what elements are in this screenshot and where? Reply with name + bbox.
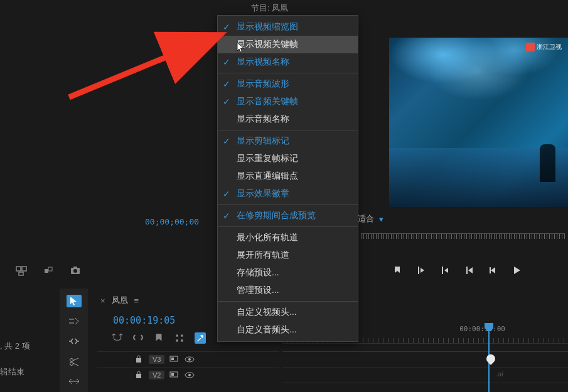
- svg-point-9: [70, 363, 73, 366]
- ripple-edit-tool[interactable]: [67, 335, 82, 347]
- menu-separator: [218, 73, 358, 73]
- menu-item-label: 显示音频关键帧: [237, 96, 298, 107]
- svg-rect-10: [136, 358, 141, 363]
- zoom-fit-dropdown[interactable]: 适合 ▾: [358, 213, 383, 225]
- in-point-button[interactable]: [416, 265, 426, 275]
- menu-item-label: 显示重复帧标记: [237, 153, 298, 164]
- svg-line-21: [69, 36, 217, 97]
- menu-item[interactable]: 管理预设...: [218, 282, 358, 299]
- menu-item[interactable]: 最小化所有轨道: [218, 229, 358, 246]
- menu-item-label: 管理预设...: [237, 285, 279, 296]
- clip-marker[interactable]: [485, 352, 497, 365]
- link-icon[interactable]: [132, 332, 144, 344]
- selection-tool[interactable]: [67, 295, 82, 307]
- menu-item[interactable]: ✓显示效果徽章: [218, 185, 358, 203]
- check-icon: ✓: [223, 79, 230, 89]
- source-timecode[interactable]: 00;00;00;00: [145, 217, 199, 226]
- project-info: , 共 2 项 辑结束: [0, 339, 30, 379]
- menu-item-label: 显示直通编辑点: [237, 171, 298, 182]
- menu-separator: [218, 204, 358, 205]
- source-panel-buttons: [16, 265, 81, 276]
- track-label[interactable]: V2: [149, 371, 164, 379]
- lock-icon[interactable]: [135, 370, 144, 381]
- check-icon: ✓: [223, 136, 230, 146]
- menu-item-label: 最小化所有轨道: [237, 232, 298, 243]
- label-icon[interactable]: [43, 265, 54, 276]
- lock-icon[interactable]: [135, 354, 144, 365]
- eye-icon[interactable]: [185, 371, 195, 380]
- ruler-time-label: 00:00:15:00: [459, 325, 505, 333]
- svg-rect-0: [16, 267, 21, 271]
- slip-tool[interactable]: [67, 375, 82, 388]
- svg-rect-2: [19, 272, 23, 275]
- chevron-down-icon: ▾: [379, 215, 383, 224]
- svg-rect-3: [45, 269, 48, 273]
- toggle-output-icon[interactable]: [169, 371, 180, 380]
- menu-item-label: 显示视频缩览图: [237, 21, 298, 33]
- timeline-display-menu: ✓显示视频缩览图显示视频关键帧✓显示视频名称✓显示音频波形✓显示音频关键帧显示音…: [217, 15, 358, 342]
- menu-item[interactable]: 存储预设...: [218, 264, 358, 282]
- timeline-toolbar: [112, 332, 206, 344]
- camera-icon[interactable]: [70, 265, 81, 276]
- menu-item-label: 自定义视频头...: [237, 307, 297, 318]
- timeline-timecode[interactable]: 00:00:19:05: [113, 315, 175, 326]
- menu-item[interactable]: 显示直通编辑点: [218, 167, 358, 185]
- menu-item[interactable]: 展开所有轨道: [218, 246, 358, 264]
- check-icon: ✓: [223, 22, 230, 32]
- eye-icon[interactable]: [185, 355, 195, 364]
- menu-item-label: 在修剪期间合成预览: [237, 210, 316, 221]
- menu-icon[interactable]: ≡: [134, 296, 139, 305]
- menu-item[interactable]: 自定义视频头...: [218, 304, 358, 321]
- menu-item[interactable]: 显示视频关键帧: [218, 36, 358, 53]
- transport-bar: [392, 265, 522, 275]
- menu-item[interactable]: ✓显示视频名称: [218, 53, 358, 71]
- program-ruler[interactable]: [361, 233, 565, 246]
- svg-rect-7: [73, 267, 77, 268]
- svg-rect-15: [136, 374, 141, 378]
- menu-item-label: 自定义音频头...: [237, 324, 297, 336]
- menu-item[interactable]: 显示音频名称: [218, 110, 358, 128]
- settings-icon[interactable]: [174, 332, 185, 344]
- panel-title: 节目: 凤凰: [248, 1, 291, 16]
- play-button[interactable]: [512, 265, 522, 275]
- svg-point-6: [73, 269, 77, 273]
- program-monitor[interactable]: 浙江卫视: [389, 38, 568, 207]
- menu-item[interactable]: 自定义音频头...: [218, 321, 358, 339]
- channel-watermark: 浙江卫视: [526, 43, 562, 51]
- razor-tool[interactable]: [67, 355, 82, 368]
- sequence-tab[interactable]: × 凤凰 ≡: [100, 295, 139, 306]
- menu-separator: [218, 301, 358, 302]
- menu-separator: [218, 226, 358, 227]
- track-v3-header[interactable]: V3: [97, 351, 279, 367]
- out-point-button[interactable]: [440, 265, 450, 275]
- menu-item-label: 显示效果徽章: [237, 188, 289, 199]
- svg-rect-12: [171, 358, 174, 360]
- snap-icon[interactable]: [112, 332, 123, 344]
- track-headers: V3 V2: [97, 351, 279, 383]
- svg-rect-17: [171, 373, 174, 376]
- marker-icon[interactable]: [153, 332, 164, 344]
- track-v2-header[interactable]: V2: [97, 367, 279, 383]
- new-item-icon[interactable]: [16, 265, 27, 276]
- prev-frame-button[interactable]: [464, 265, 474, 275]
- svg-point-19: [188, 374, 191, 376]
- menu-item[interactable]: ✓在修剪期间合成预览: [218, 207, 358, 225]
- menu-item[interactable]: ✓显示剪辑标记: [218, 132, 358, 150]
- marker-button[interactable]: [392, 265, 402, 275]
- svg-rect-1: [22, 267, 26, 271]
- step-back-button[interactable]: [488, 265, 498, 275]
- close-icon[interactable]: ×: [100, 296, 105, 305]
- menu-item[interactable]: 显示重复帧标记: [218, 150, 358, 167]
- toggle-output-icon[interactable]: [169, 355, 180, 364]
- menu-separator: [218, 130, 358, 130]
- annotation-arrow: [66, 25, 235, 102]
- check-icon: ✓: [223, 211, 230, 221]
- clip-label: .ai: [496, 370, 503, 378]
- track-label[interactable]: V3: [149, 355, 164, 364]
- menu-item[interactable]: ✓显示音频关键帧: [218, 93, 358, 110]
- track-select-tool[interactable]: [67, 315, 82, 327]
- timeline-tools: [60, 289, 88, 392]
- wrench-icon[interactable]: [195, 332, 206, 344]
- menu-item[interactable]: ✓显示视频缩览图: [218, 18, 358, 36]
- menu-item[interactable]: ✓显示音频波形: [218, 75, 358, 93]
